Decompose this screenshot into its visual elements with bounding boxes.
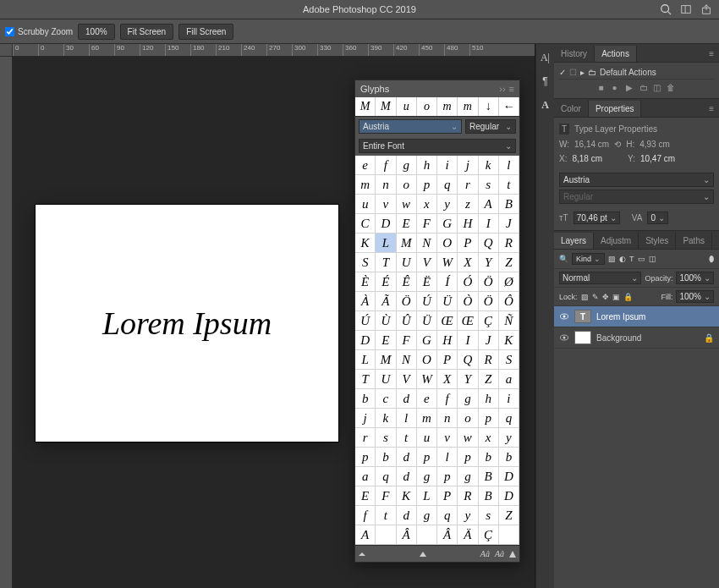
- glyph-recent-cell[interactable]: m: [458, 97, 478, 116]
- font-style-select[interactable]: Regular: [559, 190, 714, 204]
- glyph-cell[interactable]: M: [397, 234, 417, 253]
- glyph-cell[interactable]: W: [417, 370, 437, 389]
- glyph-cell[interactable]: F: [376, 486, 396, 506]
- glyph-cell[interactable]: P: [458, 234, 478, 253]
- tracking-field[interactable]: 0: [647, 212, 668, 224]
- lock-trans-icon[interactable]: ▨: [581, 293, 589, 301]
- filter-search-icon[interactable]: 🔍: [559, 255, 568, 263]
- glyph-cell[interactable]: w: [397, 195, 417, 214]
- color-tab[interactable]: Color: [554, 101, 589, 117]
- glyph-cell[interactable]: Ú: [355, 311, 376, 331]
- glyph-recent-cell[interactable]: m: [437, 97, 458, 116]
- glyph-cell[interactable]: T: [376, 253, 396, 272]
- glyph-cell[interactable]: b: [499, 448, 519, 467]
- glyph-cell[interactable]: V: [417, 253, 437, 272]
- glyph-cell[interactable]: o: [397, 175, 417, 195]
- glyph-cell[interactable]: K: [499, 331, 519, 350]
- filter-shape-icon[interactable]: ▭: [638, 255, 645, 263]
- glyph-cell[interactable]: Ú: [417, 292, 437, 311]
- font-family-select[interactable]: Austria: [559, 173, 714, 187]
- glyph-cell[interactable]: G: [417, 331, 437, 350]
- layer-row-background[interactable]: Background 🔒: [554, 327, 719, 349]
- glyph-cell[interactable]: z: [458, 195, 478, 214]
- glyph-recent-cell[interactable]: ←: [499, 97, 519, 116]
- glyph-cell[interactable]: Â: [437, 525, 458, 545]
- glyph-cell[interactable]: l: [437, 448, 458, 467]
- glyph-cell[interactable]: Ê: [397, 272, 417, 292]
- glyph-cell[interactable]: o: [458, 409, 478, 428]
- glyph-cell[interactable]: u: [417, 428, 437, 448]
- glyph-zoom-in-icon[interactable]: [509, 551, 516, 558]
- lock-artboard-icon[interactable]: ▣: [612, 293, 620, 301]
- y-value[interactable]: 10,47 cm: [640, 154, 675, 163]
- glyph-cell[interactable]: E: [397, 214, 417, 234]
- glyph-cell[interactable]: T: [355, 370, 376, 389]
- visibility-icon[interactable]: [559, 332, 569, 343]
- glyph-cell[interactable]: g: [417, 467, 437, 486]
- glyph-cell[interactable]: S: [355, 253, 376, 272]
- glyph-cell[interactable]: Œ: [458, 311, 478, 331]
- adjustments-tab[interactable]: Adjustm: [594, 233, 639, 249]
- layer-row-text[interactable]: T Lorem Ipsum: [554, 306, 719, 327]
- glyph-cell[interactable]: t: [499, 175, 519, 195]
- glyph-cell[interactable]: U: [376, 370, 396, 389]
- glyph-cell[interactable]: N: [397, 350, 417, 370]
- glyph-cell[interactable]: Ö: [479, 292, 499, 311]
- glyph-cell[interactable]: x: [479, 428, 499, 448]
- glyph-cell[interactable]: Û: [397, 311, 417, 331]
- new-action-icon[interactable]: ◫: [653, 83, 661, 91]
- record-icon[interactable]: ●: [612, 83, 621, 91]
- glyphs-style-select[interactable]: Regular: [465, 119, 516, 134]
- new-set-icon[interactable]: 🗀: [639, 83, 648, 91]
- glyph-cell[interactable]: s: [376, 428, 396, 448]
- search-icon[interactable]: [660, 3, 672, 15]
- document-canvas[interactable]: Lorem Ipsum: [36, 205, 338, 442]
- glyph-cell[interactable]: Ø: [499, 272, 519, 292]
- glyph-cell[interactable]: C: [355, 214, 376, 234]
- glyph-cell[interactable]: f: [376, 156, 396, 175]
- glyph-cell[interactable]: g: [458, 389, 478, 409]
- filter-adjust-icon[interactable]: ◐: [619, 255, 626, 263]
- glyph-cell[interactable]: H: [458, 214, 478, 234]
- fill-screen-button[interactable]: Fill Screen: [178, 24, 233, 40]
- glyph-cell[interactable]: D: [499, 467, 519, 486]
- glyph-cell[interactable]: U: [397, 253, 417, 272]
- trash-icon[interactable]: 🗑: [667, 83, 675, 91]
- glyph-cell[interactable]: e: [417, 389, 437, 409]
- history-tab[interactable]: History: [554, 46, 595, 62]
- glyph-cell[interactable]: h: [417, 156, 437, 175]
- glyph-cell[interactable]: d: [397, 389, 417, 409]
- glyph-cell[interactable]: À: [355, 292, 376, 311]
- glyph-cell[interactable]: Ñ: [499, 311, 519, 331]
- glyph-cell[interactable]: w: [458, 428, 478, 448]
- arrange-icon[interactable]: [680, 3, 692, 15]
- glyph-cell[interactable]: Y: [458, 370, 478, 389]
- glyph-cell[interactable]: È: [355, 272, 376, 292]
- layers-tab[interactable]: Layers: [554, 233, 594, 249]
- glyph-cell[interactable]: y: [458, 506, 478, 525]
- glyph-zoom-out-icon[interactable]: [359, 552, 365, 556]
- glyph-cell[interactable]: Ç: [479, 311, 499, 331]
- glyph-cell[interactable]: j: [458, 156, 478, 175]
- fit-screen-button[interactable]: Fit Screen: [120, 24, 174, 40]
- glyph-cell[interactable]: O: [437, 234, 458, 253]
- glyph-cell[interactable]: k: [479, 156, 499, 175]
- blend-mode-select[interactable]: Normal: [559, 272, 641, 284]
- layer-name-2[interactable]: Background: [596, 333, 641, 343]
- glyph-cell[interactable]: r: [355, 428, 376, 448]
- glyph-cell[interactable]: O: [417, 350, 437, 370]
- glyph-cell[interactable]: p: [355, 448, 376, 467]
- glyph-cell[interactable]: y: [499, 428, 519, 448]
- glyph-cell[interactable]: F: [397, 331, 417, 350]
- glyph-cell[interactable]: p: [417, 175, 437, 195]
- glyph-cell[interactable]: h: [479, 389, 499, 409]
- glyph-cell[interactable]: I: [479, 214, 499, 234]
- glyphs-menu-icon[interactable]: ≡: [509, 84, 514, 94]
- filter-kind-select[interactable]: Kind: [572, 253, 605, 265]
- glyph-cell[interactable]: a: [355, 467, 376, 486]
- glyph-recent-cell[interactable]: o: [417, 97, 437, 116]
- glyph-cell[interactable]: x: [417, 195, 437, 214]
- play-icon[interactable]: ▶: [626, 83, 634, 91]
- layer-name-1[interactable]: Lorem Ipsum: [596, 312, 645, 321]
- glyph-cell[interactable]: i: [499, 389, 519, 409]
